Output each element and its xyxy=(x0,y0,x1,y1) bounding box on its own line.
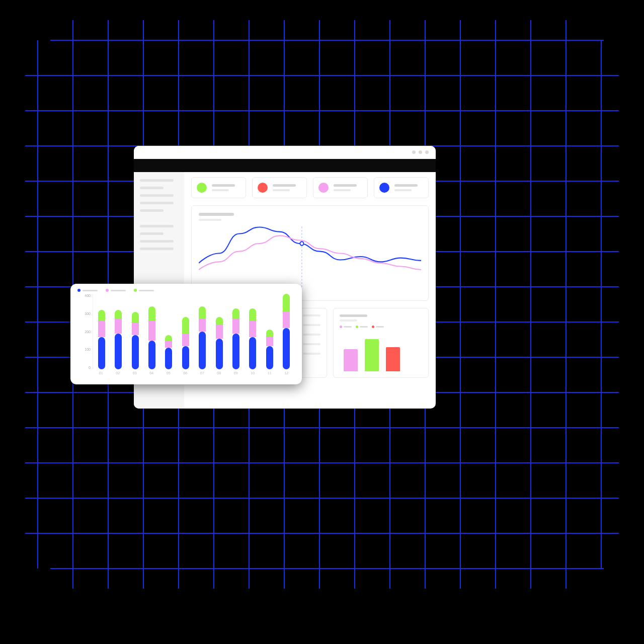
bar-column xyxy=(165,335,172,369)
bar-column xyxy=(182,317,189,369)
bar-segment xyxy=(132,323,139,335)
xaxis-label: 10 xyxy=(245,369,262,375)
legend-swatch-icon xyxy=(340,326,342,328)
bar-column xyxy=(148,306,155,369)
bar-segment xyxy=(132,312,139,323)
bar-segment xyxy=(148,321,155,341)
bar-column xyxy=(266,330,273,369)
bar-segment xyxy=(115,319,122,334)
status-card[interactable] xyxy=(374,177,429,198)
bar-segment xyxy=(266,330,273,337)
panel-subtitle-placeholder xyxy=(340,319,357,321)
bar-segment xyxy=(98,337,105,369)
window-control-dot[interactable] xyxy=(412,150,416,154)
card-title-placeholder xyxy=(273,184,296,187)
card-title-placeholder xyxy=(394,184,418,187)
svg-point-34 xyxy=(300,242,303,246)
card-title-placeholder xyxy=(334,184,357,187)
bar-column xyxy=(199,306,206,369)
panel-subtitle-placeholder xyxy=(199,219,221,221)
bar-chart-legend xyxy=(77,289,295,292)
yaxis-tick: 200 xyxy=(85,330,91,334)
mini-bar-legend xyxy=(340,326,422,328)
status-card[interactable] xyxy=(313,177,368,198)
list-item-value xyxy=(303,353,320,355)
sidebar-item[interactable] xyxy=(140,225,174,227)
bar-segment xyxy=(283,294,290,312)
legend-item xyxy=(340,326,352,328)
window-header-bar xyxy=(134,159,436,172)
bar-column xyxy=(249,308,256,369)
list-item-value xyxy=(303,343,320,345)
yaxis-tick: 100 xyxy=(85,348,91,351)
yaxis-tick: 400 xyxy=(85,294,91,297)
bar-segment xyxy=(266,337,273,346)
bar-segment xyxy=(132,335,139,369)
stacked-bar-chart xyxy=(93,294,295,369)
bar-column xyxy=(216,317,223,369)
bar-column xyxy=(132,312,139,369)
xaxis-label: 07 xyxy=(194,369,211,375)
status-cards-row xyxy=(191,177,429,198)
status-indicator-icon xyxy=(318,183,329,193)
status-indicator-icon xyxy=(379,183,389,193)
card-subtitle-placeholder xyxy=(273,189,290,191)
bar-segment xyxy=(148,306,155,321)
window-control-dot[interactable] xyxy=(419,150,422,154)
legend-label-placeholder xyxy=(139,290,154,291)
bar-chart-xaxis: 010203040506070809101112 xyxy=(93,369,295,375)
bar-segment xyxy=(115,334,122,369)
floating-bar-chart-card: 4003002001000 010203040506070809101112 xyxy=(70,284,302,384)
bar-segment xyxy=(216,317,223,324)
xaxis-label: 03 xyxy=(126,369,143,375)
bar-segment xyxy=(199,332,206,369)
bar-segment xyxy=(283,328,290,369)
status-indicator-icon xyxy=(197,183,207,193)
bar-segment xyxy=(199,319,206,332)
bar-segment xyxy=(98,321,105,337)
sidebar-item[interactable] xyxy=(140,232,164,235)
sidebar-item[interactable] xyxy=(140,248,174,250)
bar-segment xyxy=(249,337,256,369)
status-card[interactable] xyxy=(252,177,307,198)
xaxis-label: 02 xyxy=(110,369,127,375)
bar-segment xyxy=(283,312,290,328)
bar-segment xyxy=(182,334,189,346)
legend-swatch-icon xyxy=(106,289,109,292)
bar-column xyxy=(283,294,290,369)
legend-label-placeholder xyxy=(376,326,384,328)
card-subtitle-placeholder xyxy=(394,189,412,191)
bar-segment xyxy=(199,306,206,319)
legend-item xyxy=(106,289,126,292)
sidebar-item[interactable] xyxy=(140,240,174,243)
bar-column xyxy=(98,310,105,369)
xaxis-label: 12 xyxy=(278,369,295,375)
bar-segment xyxy=(232,308,239,319)
sidebar-item[interactable] xyxy=(140,202,174,204)
window-control-dot[interactable] xyxy=(425,150,429,154)
sidebar-item[interactable] xyxy=(140,209,164,212)
legend-swatch-icon xyxy=(356,326,358,328)
yaxis-tick: 300 xyxy=(85,312,91,315)
legend-label-placeholder xyxy=(360,326,368,328)
mini-bar xyxy=(386,347,400,371)
list-item-value xyxy=(303,324,320,326)
card-subtitle-placeholder xyxy=(334,189,351,191)
bar-segment xyxy=(216,325,223,339)
sidebar-item[interactable] xyxy=(140,194,174,197)
bar-segment xyxy=(232,334,239,369)
sidebar-item[interactable] xyxy=(140,179,174,182)
status-card[interactable] xyxy=(191,177,246,198)
yaxis-tick: 0 xyxy=(89,366,91,369)
bar-segment xyxy=(216,339,223,369)
bar-chart-yaxis: 4003002001000 xyxy=(77,294,93,369)
legend-item xyxy=(134,289,154,292)
xaxis-label: 05 xyxy=(160,369,177,375)
bar-segment xyxy=(249,321,256,337)
legend-item xyxy=(372,326,384,328)
window-titlebar xyxy=(134,146,436,159)
sidebar-item[interactable] xyxy=(140,187,164,189)
bar-segment xyxy=(249,308,256,321)
bar-column xyxy=(232,308,239,369)
legend-label-placeholder xyxy=(111,290,126,291)
